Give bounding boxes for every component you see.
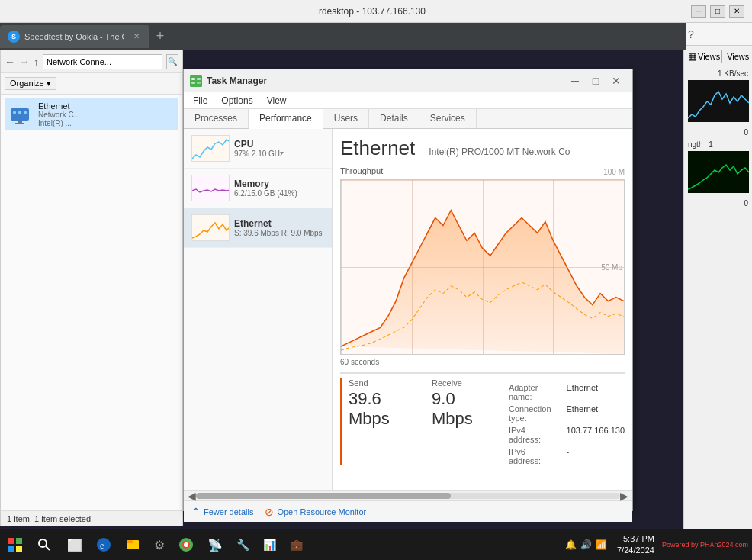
views-grid-icon[interactable]: ▦: [688, 50, 696, 63]
tm-ethernet-info: Ethernet S: 39.6 Mbps R: 9.0 Mbps: [234, 218, 323, 237]
tm-resource-monitor-btn[interactable]: ⊘ Open Resource Monitor: [265, 506, 366, 518]
taskbar-item-speedtest[interactable]: 📡: [201, 531, 229, 558]
browser-tab-icon: S: [8, 31, 20, 43]
fe-address-bar[interactable]: Network Conne...: [43, 54, 162, 69]
fe-forward-btn[interactable]: →: [19, 56, 30, 68]
tab-services[interactable]: Services: [419, 109, 477, 128]
fe-toolbar: ← → ↑ Network Conne... 🔍: [1, 50, 182, 73]
taskbar-item-explorer[interactable]: [119, 531, 146, 558]
tm-close-btn[interactable]: ✕: [606, 72, 626, 89]
tm-max-label: 100 M: [603, 168, 625, 176]
right-zero1: 0: [688, 128, 748, 137]
fe-back-btn[interactable]: ←: [5, 56, 15, 68]
right-panel-help-icon[interactable]: ?: [688, 28, 694, 40]
tm-scrollbar[interactable]: ◀ ▶: [184, 490, 632, 500]
tm-app-icon: [190, 75, 202, 87]
tm-scroll-right-btn[interactable]: ▶: [620, 490, 628, 502]
tab-processes[interactable]: Processes: [184, 109, 249, 128]
fe-ethernet-item[interactable]: Ethernet Network C... Intel(R) ...: [5, 98, 178, 130]
net-speed-label: 1 KB/sec: [688, 69, 748, 78]
tm-menu-file[interactable]: File: [187, 94, 214, 108]
tm-minimize-btn[interactable]: ─: [565, 72, 585, 89]
taskbar-tray: 🔔 🔊 📶: [559, 539, 613, 550]
taskbar-start-btn[interactable]: [0, 529, 31, 560]
tm-main-subtitle: Intel(R) PRO/1000 MT Network Co: [429, 146, 570, 157]
tm-title-left: Task Manager: [190, 75, 267, 87]
strength-text: ngth: [688, 140, 702, 149]
svg-rect-10: [197, 82, 201, 84]
tm-ipv6-key: IPv6 address:: [509, 447, 551, 465]
tm-menu-view[interactable]: View: [261, 94, 293, 108]
browser-tab[interactable]: S Speedtest by Ookla - The Glob... ✕: [0, 25, 149, 48]
mini-chart-blue: [688, 80, 749, 122]
views-label: Views: [698, 52, 720, 61]
tm-main-title: Ethernet: [340, 137, 415, 160]
svg-rect-14: [16, 546, 22, 552]
tm-sidebar-cpu[interactable]: CPU 97% 2.10 GHz: [184, 129, 332, 169]
tm-sidebar-ethernet[interactable]: Ethernet S: 39.6 Mbps R: 9.0 Mbps: [184, 208, 332, 248]
svg-rect-0: [11, 108, 29, 121]
tm-throughput-label: Throughput: [340, 166, 383, 175]
tm-ipv6-val: -: [567, 447, 625, 465]
tm-connection-type-key: Connection type:: [509, 404, 551, 423]
tab-users[interactable]: Users: [323, 109, 369, 128]
svg-rect-3: [24, 111, 27, 114]
tm-scroll-left-btn[interactable]: ◀: [188, 490, 196, 502]
taskbar-item-chrome[interactable]: [172, 531, 200, 558]
fe-address-text: Network Conne...: [47, 57, 111, 66]
task-manager-window: Task Manager ─ □ ✕ File Options View Pro…: [183, 69, 633, 511]
svg-point-15: [39, 539, 47, 547]
rdesktop-close-btn[interactable]: ✕: [729, 5, 744, 18]
tm-fewer-details-btn[interactable]: ⌃ Fewer details: [191, 506, 253, 518]
taskbar-item-misc3[interactable]: 💼: [284, 531, 309, 558]
fe-item-name: Ethernet: [38, 101, 80, 111]
taskbar-search-icon[interactable]: [31, 529, 57, 560]
strength-label: ngth 1: [688, 140, 748, 149]
svg-rect-7: [191, 78, 195, 80]
fe-up-btn[interactable]: ↑: [34, 56, 39, 68]
rdesktop-minimize-btn[interactable]: ─: [691, 5, 706, 18]
fe-status-selected: 1 item selected: [34, 514, 91, 523]
browser-bar: S Speedtest by Ookla - The Glob... ✕ +: [0, 23, 686, 50]
tm-info-group: Adapter name: Ethernet Connection type: …: [509, 378, 625, 465]
tm-header-row: Ethernet Intel(R) PRO/1000 MT Network Co: [340, 137, 625, 160]
taskbar-item-misc2[interactable]: 📊: [257, 531, 282, 558]
svg-rect-20: [127, 540, 133, 543]
fe-organize-label: Organize ▾: [10, 79, 51, 89]
taskbar-powered-by: Powered by PHAn2024.com: [658, 541, 752, 549]
rdesktop-maximize-btn[interactable]: □: [710, 5, 725, 18]
chart-svg: [341, 180, 624, 354]
tm-adapter-name-key: Adapter name:: [509, 383, 551, 401]
tm-cpu-name: CPU: [234, 139, 284, 150]
taskbar-item-misc1[interactable]: 🔧: [230, 531, 255, 558]
svg-rect-2: [18, 111, 21, 114]
tm-send-label: Send: [349, 378, 401, 388]
svg-rect-8: [197, 78, 201, 80]
fe-statusbar: 1 item 1 item selected: [1, 510, 182, 526]
taskbar-item-taskview[interactable]: ⬜: [61, 531, 88, 558]
fe-organize-btn[interactable]: Organize ▾: [5, 77, 56, 90]
fe-nav: Organize ▾: [1, 73, 182, 95]
tm-scrollbar-track: [196, 493, 620, 499]
tm-scrollbar-thumb[interactable]: [196, 493, 451, 499]
tab-details[interactable]: Details: [369, 109, 419, 128]
taskbar-item-settings[interactable]: ⚙: [148, 531, 171, 558]
tm-receive-label: Receive: [432, 378, 478, 388]
tm-menu-options[interactable]: Options: [215, 94, 259, 108]
browser-tab-close-btn[interactable]: ✕: [131, 31, 142, 42]
tab-performance[interactable]: Performance: [249, 109, 323, 129]
tm-maximize-btn[interactable]: □: [586, 72, 606, 89]
tm-sidebar: CPU 97% 2.10 GHz Memory: [184, 129, 333, 490]
fe-ethernet-icon: [8, 102, 32, 127]
tm-bottombar: ⌃ Fewer details ⊘ Open Resource Monitor: [184, 500, 632, 522]
browser-new-tab-btn[interactable]: +: [149, 26, 171, 47]
tm-chart-area: 50 Mb: [340, 179, 625, 355]
tm-sidebar-memory[interactable]: Memory 6.2/15.0 GB (41%): [184, 169, 332, 208]
svg-rect-9: [191, 82, 195, 84]
tm-memory-sub: 6.2/15.0 GB (41%): [234, 189, 297, 198]
views-select[interactable]: Views: [721, 50, 752, 63]
tm-connection-type-val: Ethernet: [567, 404, 625, 423]
file-explorer-window: ← → ↑ Network Conne... 🔍 Organize ▾: [0, 50, 183, 526]
taskbar-date-display: 7/24/2024: [617, 545, 654, 556]
taskbar-item-ie[interactable]: e: [90, 531, 117, 558]
